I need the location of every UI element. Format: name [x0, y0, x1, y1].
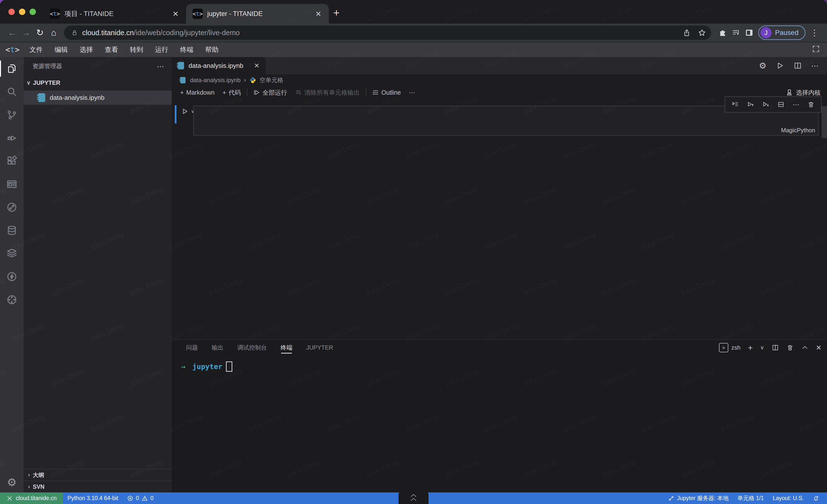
home-icon[interactable]: ⌂: [47, 26, 60, 40]
side-panel-icon[interactable]: [742, 26, 756, 39]
menu-selection[interactable]: 选择: [74, 42, 99, 57]
breadcrumb-cell[interactable]: 空单元格: [260, 76, 283, 84]
media-controls-icon[interactable]: [729, 26, 742, 39]
terminal-command: jupyter: [192, 362, 222, 371]
zoom-window-button[interactable]: [30, 9, 36, 15]
share-icon[interactable]: [680, 26, 693, 39]
section-jupyter[interactable]: ∨ JUPYTER: [23, 75, 172, 91]
scrollbar-thumb[interactable]: [822, 106, 827, 138]
menu-goto[interactable]: 转到: [124, 42, 149, 57]
editor-tab-notebook[interactable]: data-analysis.ipynb ✕: [172, 57, 266, 74]
browser-toolbar: ← → ↻ ⌂ cloud.titanide.cn/ide/web/coding…: [0, 23, 827, 42]
run-notebook-icon[interactable]: [776, 61, 784, 70]
panel-tab-debug-console[interactable]: 调试控制台: [237, 340, 267, 355]
reload-icon[interactable]: ↻: [33, 26, 47, 40]
back-icon[interactable]: ←: [5, 26, 19, 40]
address-bar[interactable]: cloud.titanide.cn/ide/web/coding/jupyter…: [64, 25, 711, 40]
browser-menu-icon[interactable]: ⋮: [808, 28, 822, 38]
forward-icon[interactable]: →: [19, 26, 33, 40]
new-terminal-icon[interactable]: +: [748, 343, 753, 352]
profile-chip[interactable]: J Paused: [758, 25, 805, 40]
new-tab-button[interactable]: +: [333, 5, 340, 20]
layers-icon[interactable]: [0, 242, 23, 265]
problems-indicator[interactable]: 0 0: [123, 493, 158, 504]
extensions-icon[interactable]: [0, 150, 23, 173]
bookmark-star-icon[interactable]: [695, 26, 709, 39]
panel-tab-output[interactable]: 输出: [212, 340, 224, 355]
keyboard-layout-indicator[interactable]: Layout: U.S.: [768, 495, 808, 502]
terminal-content[interactable]: → jupyter: [172, 355, 827, 372]
section-outline[interactable]: › 大纲: [23, 469, 172, 481]
expand-panel-button[interactable]: [398, 491, 429, 504]
split-cell-icon[interactable]: [777, 101, 785, 108]
remote-indicator[interactable]: cloud.titanide.cn: [0, 493, 63, 504]
database-icon[interactable]: [0, 219, 23, 242]
notebook-settings-gear-icon[interactable]: ⚙: [759, 61, 767, 70]
cell-indicator[interactable]: 单元格 1/1: [733, 494, 768, 502]
select-kernel-button[interactable]: 选择内核: [786, 89, 827, 97]
chevron-right-icon: ›: [28, 472, 30, 478]
cell-language-mode[interactable]: MagicPython: [781, 127, 815, 134]
editor-more-icon[interactable]: ⋯: [811, 61, 819, 70]
close-editor-icon[interactable]: ✕: [253, 62, 260, 69]
browser-preview-icon[interactable]: [0, 173, 23, 196]
extensions-puzzle-icon[interactable]: [716, 26, 729, 39]
menu-view[interactable]: 查看: [99, 42, 124, 57]
lock-icon: [71, 29, 78, 37]
browser-tab-jupyter[interactable]: <t> jupyter - TITANIDE ✕: [186, 4, 329, 23]
python-version[interactable]: Python 3.10.4 64-bit: [63, 493, 123, 504]
panel-tab-problems[interactable]: 问题: [186, 340, 198, 355]
browser-tab-project[interactable]: <t> 项目 - TITANIDE ✕: [43, 4, 186, 23]
fullscreen-icon[interactable]: [812, 45, 827, 55]
menu-file[interactable]: 文件: [23, 42, 49, 57]
warning-icon: [142, 495, 148, 502]
delete-cell-icon[interactable]: [807, 101, 815, 108]
manage-gear-icon[interactable]: ⚙: [7, 476, 16, 489]
shell-selector[interactable]: > zsh: [719, 343, 740, 352]
resource-monitor-icon[interactable]: [0, 288, 23, 311]
add-markdown-button[interactable]: +Markdown: [176, 89, 218, 96]
prompt-arrow: →: [181, 362, 185, 371]
terminal-dropdown-icon[interactable]: ∨: [760, 344, 764, 351]
outline-button[interactable]: Outline: [368, 89, 405, 96]
maximize-panel-icon[interactable]: [801, 344, 809, 351]
close-window-button[interactable]: [8, 9, 15, 15]
notebook-canvas[interactable]: ∨ MagicPython ⋯: [172, 99, 827, 339]
close-tab-icon[interactable]: ✕: [314, 10, 323, 18]
breadcrumb-file[interactable]: data-analysis.ipynb: [190, 77, 240, 83]
git-graph-icon[interactable]: [0, 196, 23, 219]
run-all-button[interactable]: 全部运行: [249, 89, 291, 97]
explorer-icon[interactable]: [0, 57, 23, 80]
outline-list-icon: [372, 89, 379, 96]
panel-tab-terminal[interactable]: 终端: [281, 340, 292, 355]
jupyter-server-indicator[interactable]: Jupyter 服务器: 本地: [664, 494, 733, 502]
menu-edit[interactable]: 编辑: [49, 42, 74, 57]
search-icon[interactable]: [0, 80, 23, 103]
run-debug-icon[interactable]: [0, 126, 23, 150]
error-icon: [127, 495, 133, 502]
minimize-window-button[interactable]: [19, 9, 26, 15]
explorer-more-icon[interactable]: ⋯: [157, 62, 165, 70]
notifications-bell[interactable]: [808, 495, 824, 502]
menu-run[interactable]: 运行: [149, 42, 174, 57]
close-tab-icon[interactable]: ✕: [172, 10, 180, 18]
section-svn[interactable]: › SVN: [23, 481, 172, 493]
lightning-icon[interactable]: [0, 265, 23, 288]
cell-more-icon[interactable]: ⋯: [792, 101, 799, 109]
chevron-down-icon: ∨: [27, 80, 31, 86]
execute-above-icon[interactable]: [747, 101, 754, 108]
close-panel-icon[interactable]: ✕: [816, 344, 822, 352]
panel-tab-jupyter[interactable]: JUPYTER: [306, 340, 333, 355]
execute-below-icon[interactable]: [762, 101, 769, 108]
split-terminal-icon[interactable]: [772, 344, 779, 351]
source-control-icon[interactable]: [0, 103, 23, 126]
add-code-button[interactable]: +代码: [218, 89, 245, 97]
run-by-line-icon[interactable]: [731, 101, 739, 108]
run-cell-button[interactable]: ∨: [181, 108, 194, 115]
toolbar-more-icon[interactable]: ⋯: [405, 89, 419, 96]
file-item-notebook[interactable]: data-analysis.ipynb: [23, 91, 172, 105]
split-editor-icon[interactable]: [793, 61, 802, 70]
kill-terminal-icon[interactable]: [786, 344, 794, 351]
menu-terminal[interactable]: 终端: [174, 42, 199, 57]
menu-help[interactable]: 帮助: [199, 42, 225, 57]
